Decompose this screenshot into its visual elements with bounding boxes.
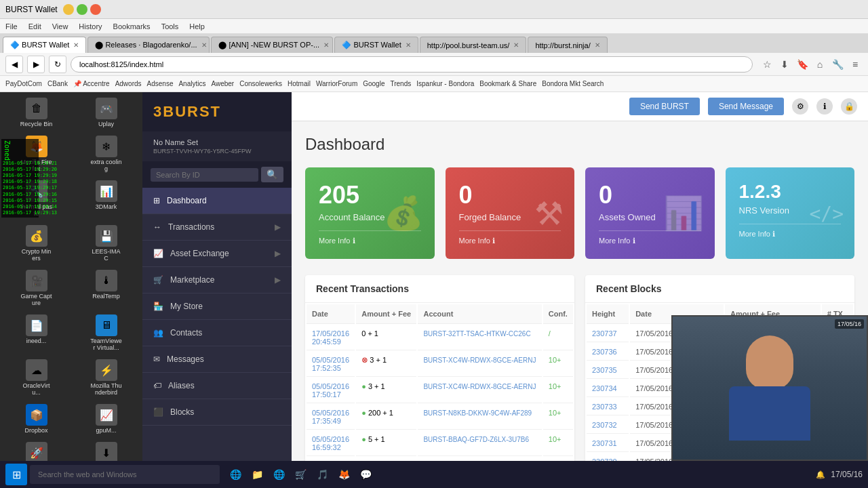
tab-ninja[interactable]: http://burst.ninja/ ✕: [528, 37, 607, 53]
assets-more[interactable]: More Info ℹ: [599, 230, 701, 245]
bookmark-accentre[interactable]: 📌 Accentre: [73, 80, 110, 87]
menu-history[interactable]: History: [79, 22, 102, 30]
tab-close-3[interactable]: ✕: [323, 41, 329, 49]
block-height[interactable]: 230731: [587, 435, 629, 452]
taskbar-chat-icon[interactable]: 💬: [355, 464, 376, 485]
minimize-button[interactable]: [63, 4, 74, 15]
settings-icon[interactable]: ⚙: [792, 98, 808, 115]
desktop-icon-utorrent[interactable]: ⬇ uTorrent: [73, 439, 140, 461]
bookmark-trends[interactable]: Trends: [390, 80, 411, 87]
sidebar-item-my-store[interactable]: 🏪 My Store: [142, 293, 292, 320]
bookmark-paydotcom[interactable]: PayDotCom: [5, 80, 42, 87]
sidebar-item-messages[interactable]: ✉ Messages: [142, 346, 292, 373]
tx-account[interactable]: BURST-VWBP-2SLT-DXKK-HXZ3X: [418, 458, 541, 461]
bookmark-ispankur[interactable]: Ispankur - Bondora: [416, 80, 474, 87]
forward-button[interactable]: ▶: [27, 56, 45, 73]
menu-bookmarks[interactable]: Bookmarks: [113, 22, 151, 30]
block-height[interactable]: 230733: [587, 399, 629, 415]
download-icon[interactable]: ⬇: [777, 57, 792, 72]
taskbar-search-input[interactable]: [30, 465, 220, 484]
tx-date[interactable]: 17/05/201620:45:59: [307, 325, 355, 350]
tab-burst-wallet[interactable]: 🔷 BURST Wallet ✕: [3, 37, 86, 53]
sidebar-item-blocks[interactable]: ⬛ Blocks: [142, 399, 292, 426]
maximize-button[interactable]: [77, 4, 87, 15]
taskbar-music-icon[interactable]: 🎵: [312, 464, 332, 485]
menu-icon[interactable]: ≡: [848, 57, 863, 72]
desktop-icon-oracle[interactable]: ☁ OracleVirtu...: [3, 357, 70, 399]
taskbar-cortana-icon[interactable]: 🌐: [225, 464, 245, 485]
desktop-icon-thunderbird[interactable]: ⚡ Mozilla Thunderbird: [73, 357, 140, 399]
info-icon[interactable]: ℹ: [816, 98, 833, 115]
tx-date[interactable]: 05/05/201617:35:49: [307, 405, 355, 430]
bookmark-warriorforum[interactable]: WarriorForum: [316, 80, 357, 87]
bookmark-share[interactable]: Bookmark & Share: [479, 80, 536, 87]
back-button[interactable]: ◀: [5, 56, 23, 73]
lock-icon[interactable]: 🔒: [841, 98, 857, 115]
tab-close-6[interactable]: ✕: [595, 41, 600, 49]
extensions-icon[interactable]: 🔧: [830, 57, 845, 72]
desktop-icon-teamviewer[interactable]: 🖥 TeamViewer Virtual...: [73, 312, 140, 354]
bookmark-google[interactable]: Google: [363, 80, 384, 87]
nrs-more[interactable]: More Info ℹ: [739, 224, 842, 239]
send-burst-button[interactable]: Send BURST: [629, 98, 700, 115]
desktop-icon-ineed[interactable]: 📄 ineed...: [3, 312, 70, 354]
menu-edit[interactable]: Edit: [28, 22, 41, 30]
desktop-icon-dropbox[interactable]: 📦 Dropbox: [3, 401, 70, 436]
tx-date[interactable]: 05/05/201616:59:32: [307, 431, 355, 456]
bookmark-hotmail[interactable]: Hotmail: [288, 80, 311, 87]
desktop-icon-eve[interactable]: 🚀 EVE Origin: [3, 439, 70, 461]
tab-close-5[interactable]: ✕: [513, 41, 519, 49]
tab-close-2[interactable]: ✕: [201, 41, 207, 49]
desktop-icon-recycle-bin[interactable]: 🗑 Recycle Bin: [3, 95, 70, 130]
tx-date[interactable]: 05/05/201617:52:35: [307, 352, 355, 377]
bookmark-aweber[interactable]: Aweber: [211, 80, 234, 87]
burst-search-input[interactable]: [151, 168, 258, 182]
taskbar-file-explorer-icon[interactable]: 📁: [247, 464, 267, 485]
desktop-icon-gamecap[interactable]: 🎥 Game Capture: [3, 267, 70, 309]
taskbar-notification-icon[interactable]: 🔔: [816, 470, 825, 479]
taskbar-edge-icon[interactable]: 🌐: [269, 464, 289, 485]
block-height[interactable]: 230736: [587, 344, 629, 361]
sidebar-item-marketplace[interactable]: 🛒 Marketplace ▶: [142, 267, 292, 293]
desktop-icon-realtemp[interactable]: 🌡 RealTemp: [73, 267, 140, 309]
tx-date[interactable]: 05/05/201617:50:17: [307, 378, 355, 403]
forged-balance-more[interactable]: More Info ℹ: [459, 230, 561, 245]
sidebar-item-aliases[interactable]: 🏷 Aliases: [142, 373, 292, 399]
bookmark-adsense[interactable]: Adsense: [147, 80, 174, 87]
tab-ann[interactable]: ⬤ [ANN] -NEW BURST OP-... ✕: [211, 37, 333, 53]
sidebar-item-dashboard[interactable]: ⊞ Dashboard: [142, 188, 292, 214]
bookmark-consolewerks[interactable]: Consolewerks: [239, 80, 282, 87]
block-height[interactable]: 230737: [587, 325, 629, 342]
block-height[interactable]: 230730: [587, 453, 629, 461]
account-balance-more[interactable]: More Info ℹ: [319, 230, 421, 245]
address-bar[interactable]: [71, 56, 753, 73]
sidebar-item-transactions[interactable]: ↔ Transactions ▶: [142, 214, 292, 241]
desktop-icon-gpum[interactable]: 📈 gpuM...: [73, 401, 140, 436]
sidebar-item-contacts[interactable]: 👥 Contacts: [142, 320, 292, 346]
menu-help[interactable]: Help: [189, 22, 205, 30]
star-icon[interactable]: ☆: [760, 57, 774, 72]
desktop-icon-uplay[interactable]: 🎮 Uplay: [73, 95, 140, 130]
bookmark-cbank[interactable]: CBank: [47, 80, 68, 87]
tx-date[interactable]: 05/05/201616:58:52: [307, 458, 355, 461]
tx-account[interactable]: BURST-BBAQ-GF7D-Z6LX-3U7B6: [418, 431, 541, 456]
block-height[interactable]: 230735: [587, 362, 629, 379]
menu-view[interactable]: View: [52, 22, 68, 30]
close-button[interactable]: [90, 4, 101, 15]
menu-tools[interactable]: Tools: [161, 22, 179, 30]
start-button[interactable]: ⊞: [5, 464, 27, 485]
desktop-icon-ram[interactable]: 💾 LEES-IMAC: [73, 222, 140, 264]
block-height[interactable]: 230734: [587, 380, 629, 397]
tab-close-4[interactable]: ✕: [406, 41, 411, 49]
desktop-icon-cooling[interactable]: ❄ extra cooling: [73, 133, 140, 175]
desktop-icon-crypto[interactable]: 💰 Crypto Miners: [3, 222, 70, 264]
tab-pool[interactable]: http://pool.burst-team.us/ ✕: [420, 37, 527, 53]
bookmark-bondora-mkt[interactable]: Bondora Mkt Search: [542, 80, 604, 87]
tab-releases[interactable]: ⬤ Releases · Blagodarenko/... ✕: [87, 37, 210, 53]
refresh-button[interactable]: ↻: [49, 56, 66, 73]
bookmark-icon[interactable]: 🔖: [795, 57, 810, 72]
taskbar-firefox-taskbar-icon[interactable]: 🦊: [334, 464, 354, 485]
tx-account[interactable]: BURST-XC4W-RDWX-8GCE-AERNJ: [418, 378, 541, 403]
desktop-icon-3dmark[interactable]: 📊 3DMark: [73, 178, 140, 220]
block-height[interactable]: 230732: [587, 417, 629, 434]
